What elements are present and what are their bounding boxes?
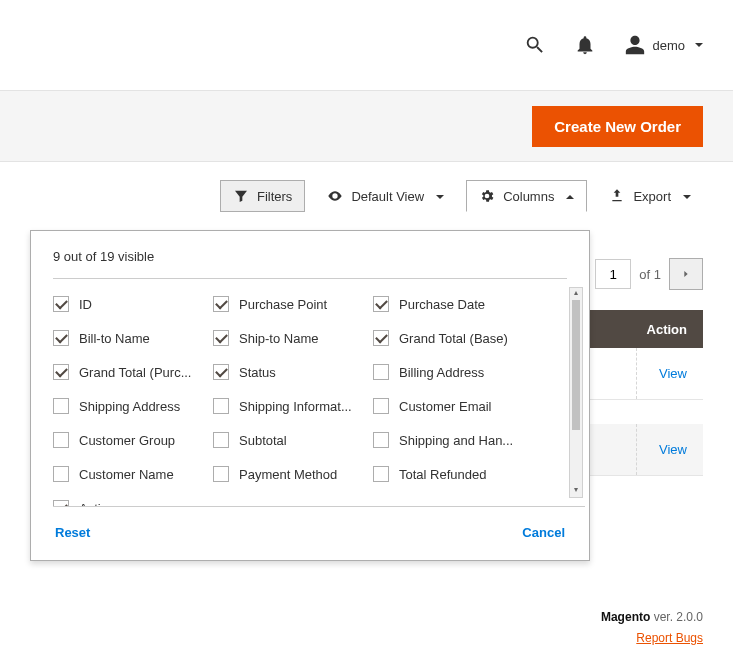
column-label: Action (79, 501, 115, 508)
checkbox[interactable] (373, 432, 389, 448)
filters-label: Filters (257, 189, 292, 204)
columns-label: Columns (503, 189, 554, 204)
column-toggle[interactable]: Customer Name (53, 457, 213, 491)
checkbox[interactable] (213, 432, 229, 448)
column-toggle[interactable]: Grand Total (Purc... (53, 355, 213, 389)
column-toggle[interactable]: Bill-to Name (53, 321, 213, 355)
checkbox[interactable] (53, 398, 69, 414)
checkbox[interactable] (213, 296, 229, 312)
checkbox[interactable] (213, 398, 229, 414)
column-label: Customer Name (79, 467, 174, 482)
create-new-order-button[interactable]: Create New Order (532, 106, 703, 147)
column-label: Status (239, 365, 276, 380)
column-label: Purchase Point (239, 297, 327, 312)
column-label: Shipping and Han... (399, 433, 513, 448)
scrollbar[interactable]: ▴ ▾ (569, 287, 583, 498)
filters-button[interactable]: Filters (220, 180, 305, 212)
column-label: Billing Address (399, 365, 484, 380)
scroll-thumb[interactable] (572, 300, 580, 430)
checkbox[interactable] (213, 466, 229, 482)
footer-brand: Magento (601, 610, 650, 624)
column-label: Payment Method (239, 467, 337, 482)
column-toggle[interactable]: Purchase Point (213, 287, 373, 321)
default-view-button[interactable]: Default View (315, 181, 456, 211)
column-label: Ship-to Name (239, 331, 318, 346)
checkbox[interactable] (373, 364, 389, 380)
column-toggle[interactable]: Grand Total (Base) (373, 321, 533, 355)
column-toggle[interactable]: Total Refunded (373, 457, 533, 491)
checkbox[interactable] (53, 466, 69, 482)
chevron-down-icon (432, 189, 444, 204)
column-toggle[interactable]: Purchase Date (373, 287, 533, 321)
column-toggle[interactable]: Customer Group (53, 423, 213, 457)
checkbox[interactable] (53, 364, 69, 380)
column-label: Grand Total (Base) (399, 331, 508, 346)
action-strip: Create New Order (0, 90, 733, 162)
column-label: Shipping Address (79, 399, 180, 414)
columns-button[interactable]: Columns (466, 180, 587, 212)
columns-summary: 9 out of 19 visible (53, 231, 567, 279)
checkbox[interactable] (373, 330, 389, 346)
search-icon[interactable] (524, 34, 546, 56)
checkbox[interactable] (373, 466, 389, 482)
column-toggle[interactable]: Shipping Address (53, 389, 213, 423)
export-button[interactable]: Export (597, 181, 703, 211)
funnel-icon (233, 188, 249, 204)
column-label: Total Refunded (399, 467, 486, 482)
user-menu[interactable]: demo (624, 34, 703, 56)
page-of-label: of 1 (639, 267, 661, 282)
column-toggle[interactable]: Ship-to Name (213, 321, 373, 355)
checkbox[interactable] (213, 330, 229, 346)
column-toggle[interactable]: Billing Address (373, 355, 533, 389)
column-label: Customer Email (399, 399, 491, 414)
page-input[interactable] (595, 259, 631, 289)
cancel-link[interactable]: Cancel (522, 525, 565, 540)
page-header: demo (0, 0, 733, 90)
checkbox[interactable] (53, 500, 69, 507)
checkbox[interactable] (53, 432, 69, 448)
pager: of 1 (595, 258, 703, 290)
checkbox[interactable] (53, 296, 69, 312)
checkbox[interactable] (373, 296, 389, 312)
columns-footer: Reset Cancel (31, 507, 589, 540)
column-toggle[interactable]: Shipping Informat... (213, 389, 373, 423)
column-toggle[interactable]: ID (53, 287, 213, 321)
column-label: Subtotal (239, 433, 287, 448)
next-page-button[interactable] (669, 258, 703, 290)
column-toggle[interactable]: Customer Email (373, 389, 533, 423)
checkbox[interactable] (53, 330, 69, 346)
export-label: Export (633, 189, 671, 204)
footer-version: ver. 2.0.0 (650, 610, 703, 624)
eye-icon (327, 188, 343, 204)
columns-dropdown: 9 out of 19 visible IDPurchase PointPurc… (30, 230, 590, 561)
view-link[interactable]: View (659, 442, 687, 457)
column-label: Purchase Date (399, 297, 485, 312)
report-bugs-link[interactable]: Report Bugs (636, 631, 703, 645)
view-link[interactable]: View (659, 366, 687, 381)
column-toggle[interactable]: Subtotal (213, 423, 373, 457)
column-toggle[interactable]: Payment Method (213, 457, 373, 491)
reset-link[interactable]: Reset (55, 525, 90, 540)
column-label: ID (79, 297, 92, 312)
column-label: Customer Group (79, 433, 175, 448)
scroll-up-icon: ▴ (570, 288, 582, 300)
column-label: Shipping Informat... (239, 399, 352, 414)
user-label: demo (652, 38, 685, 53)
checkbox[interactable] (373, 398, 389, 414)
chevron-up-icon (562, 189, 574, 204)
checkbox[interactable] (213, 364, 229, 380)
chevron-right-icon (681, 269, 691, 279)
column-label: Bill-to Name (79, 331, 150, 346)
columns-list: IDPurchase PointPurchase DateBill-to Nam… (53, 287, 585, 507)
scroll-down-icon: ▾ (570, 485, 582, 497)
column-toggle[interactable]: Action (53, 491, 213, 507)
export-icon (609, 188, 625, 204)
chevron-down-icon (679, 189, 691, 204)
user-icon (624, 34, 646, 56)
column-toggle[interactable]: Shipping and Han... (373, 423, 533, 457)
bell-icon[interactable] (574, 34, 596, 56)
grid-toolbar: Filters Default View Columns Export (0, 162, 733, 212)
column-toggle[interactable]: Status (213, 355, 373, 389)
view-label: Default View (351, 189, 424, 204)
column-label: Grand Total (Purc... (79, 365, 191, 380)
